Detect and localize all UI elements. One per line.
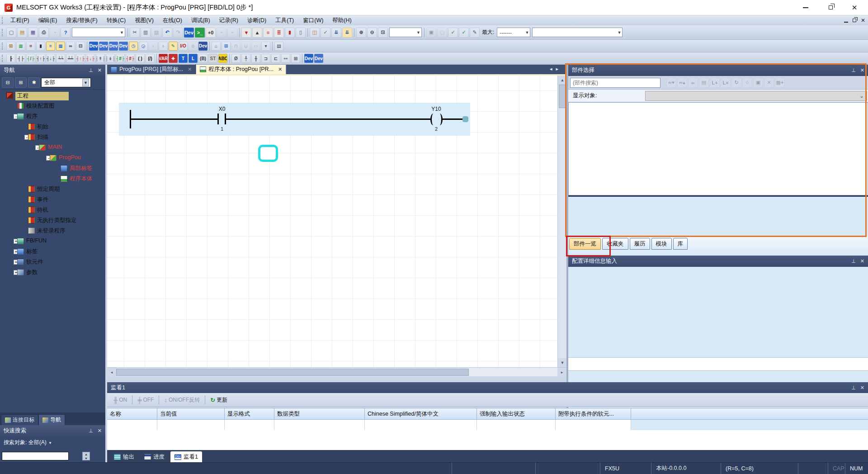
coil-icon[interactable]: ( ) — [136, 54, 145, 63]
print-icon[interactable]: ⎙ — [39, 28, 49, 38]
menu-item-3[interactable]: 搜索/替换(F) — [61, 16, 102, 25]
column-header-名称[interactable]: 名称 — [107, 408, 157, 419]
offline-icon[interactable]: ⊘ — [189, 42, 198, 51]
navigation-filter-combo[interactable]: 全部 ▼ — [41, 78, 91, 87]
connector-in-icon[interactable]: ⊐ — [261, 54, 270, 63]
memo-display-icon[interactable]: ▤ — [274, 42, 283, 51]
tree-item-工程[interactable]: 工程 — [0, 90, 105, 101]
close-button[interactable]: ✕ — [843, 0, 866, 15]
device-comment-icon[interactable]: Dev — [89, 42, 98, 51]
coil-arc-left[interactable] — [430, 114, 436, 125]
scroll-left-icon[interactable]: ◂ — [107, 368, 116, 377]
find-window-icon[interactable]: ⊟ — [76, 42, 85, 51]
device-set-icon[interactable]: Dev — [109, 42, 118, 51]
tab-scroll-right-icon[interactable]: ▸ — [556, 66, 559, 72]
close-icon[interactable]: ✕ — [98, 67, 102, 73]
redo-icon[interactable]: ↷ — [173, 28, 183, 38]
watch-on-button[interactable]: ╫ON — [110, 397, 131, 403]
network-2-icon[interactable]: ♁ — [159, 42, 168, 51]
close-icon[interactable]: ✕ — [860, 258, 864, 264]
menu-item-1[interactable]: 工程(P) — [6, 16, 34, 25]
pulse-rise-b-icon[interactable]: ┤↟├ — [96, 54, 105, 63]
module-config-icon[interactable]: ▦ — [16, 42, 25, 51]
ladder-editor-canvas[interactable]: X0 1 Y10 2 — [107, 76, 557, 367]
device-test-icon[interactable]: >_ — [195, 28, 205, 38]
watch-cell[interactable] — [556, 420, 631, 430]
tree-item-参数[interactable]: +参数 — [0, 267, 105, 278]
tree-expand-icon[interactable]: ⊞ — [15, 77, 27, 88]
watch-cell[interactable] — [477, 420, 556, 430]
watch-cell[interactable] — [365, 420, 477, 430]
link-grid-icon[interactable]: ⊞ — [291, 54, 300, 63]
edit-mode-icon[interactable]: ✎ — [169, 42, 178, 51]
tree-collapse-icon[interactable]: ⊟ — [2, 77, 14, 88]
contact-falling-icon[interactable]: ┤↓├ — [46, 54, 55, 63]
tree-item-初始[interactable]: 初始 — [0, 122, 105, 132]
contact-label[interactable]: X0 — [212, 106, 232, 112]
watch-cell[interactable] — [274, 420, 365, 430]
link-pair-icon[interactable]: ⚯ — [281, 54, 290, 63]
device-wheel-icon[interactable]: Dev — [198, 42, 208, 51]
pin-icon[interactable]: ⊥ — [851, 258, 856, 264]
zoom-out-icon[interactable]: ⊖ — [367, 28, 377, 38]
ladder-rail-icon[interactable]: ┠ — [6, 54, 15, 63]
tool-1-icon[interactable]: ⊓ — [231, 42, 241, 51]
monitor-stop-icon[interactable]: ▯ — [296, 28, 306, 38]
menu-item-6[interactable]: 在线(O) — [158, 16, 187, 25]
watch-update-button[interactable]: ↻更新 — [207, 396, 231, 404]
device-search-2-icon[interactable]: Dev — [314, 54, 323, 63]
scroll-right-icon[interactable]: ▸ — [557, 368, 566, 377]
open-project-icon[interactable]: ▤ — [17, 28, 27, 38]
close-icon[interactable]: ✕ — [98, 428, 102, 434]
find-icon[interactable]: ∞ — [66, 42, 75, 51]
doc-tab-监看1[interactable]: Dev监看1 — [170, 451, 202, 462]
menu-item-11[interactable]: 窗口(W) — [298, 16, 328, 25]
tab-scroll-left-icon[interactable]: ◂ — [550, 66, 552, 72]
list-view-icon[interactable]: ≡ — [46, 42, 55, 51]
var-icon[interactable]: VAR — [159, 54, 168, 63]
clipboard-edit-icon[interactable]: ✎ — [470, 28, 480, 38]
io-check-icon[interactable]: I/O — [179, 42, 188, 51]
comment-abc-icon[interactable]: ABC — [218, 54, 227, 63]
coil-label[interactable]: Y10 — [426, 106, 446, 112]
column-header-数据类型[interactable]: 数据类型 — [274, 408, 365, 419]
mdi-close-button[interactable]: ✕ — [861, 17, 865, 24]
grid-view-icon[interactable]: ▦ — [56, 42, 65, 51]
build-icon[interactable]: ⇊ — [331, 28, 341, 38]
rebuild-all-icon[interactable]: ⇊ — [342, 28, 352, 38]
online-change-icon[interactable]: ◫ — [310, 28, 320, 38]
tree-item-待机[interactable]: 待机 — [0, 205, 105, 215]
project-tree-icon[interactable]: ⊞ — [6, 42, 15, 51]
check-1-icon[interactable]: ✓ — [448, 28, 458, 38]
device-batch-icon[interactable]: +0 — [206, 28, 216, 38]
column-header-显示格式[interactable]: 显示格式 — [225, 408, 274, 419]
tree-item-ProgPou[interactable]: -ProgPou — [0, 153, 105, 163]
disconnect-icon[interactable]: ⌁ — [227, 28, 237, 38]
parts-tab-库[interactable]: 库 — [673, 238, 688, 250]
tree-item-FB/FUN[interactable]: +FB/FUN — [0, 236, 105, 246]
doc-tab-输出[interactable]: 输出 — [110, 451, 138, 462]
watch-off-button[interactable]: ╪OFF — [134, 397, 157, 403]
device-grid-icon[interactable]: Dev — [99, 42, 108, 51]
save-project-icon[interactable]: ▦ — [28, 28, 38, 38]
quick-search-spinner[interactable]: ▲▼ — [82, 452, 90, 460]
more-buttons-icon[interactable]: ▾ — [261, 42, 270, 51]
pin-icon[interactable]: ⊥ — [89, 428, 93, 434]
wire-endpoint[interactable] — [462, 116, 468, 122]
tree-item-未登录程序[interactable]: 未登录程序 — [0, 226, 105, 236]
doc-tab-进度[interactable]: 进度 — [140, 451, 169, 462]
search-target-row[interactable]: 搜索对象: 全部(A) ▾ — [4, 439, 51, 446]
parts-tab-履历[interactable]: 履历 — [630, 238, 650, 250]
mdi-restore-button[interactable] — [853, 19, 856, 22]
close-tab-icon[interactable]: ✕ — [188, 66, 192, 72]
watch-cell[interactable] — [157, 420, 225, 430]
column-header-当前值[interactable]: 当前值 — [157, 408, 225, 419]
watch-toggle-button[interactable]: ↕ON/OFF反转 — [160, 396, 203, 404]
tree-item-事件[interactable]: 事件 — [0, 194, 105, 205]
verify-plc-icon[interactable]: ≡ — [263, 28, 273, 38]
tool-2-icon[interactable]: ⊔ — [241, 42, 250, 51]
editor-tab-2[interactable]: 程序本体 : ProgPou [PR...✕ — [196, 64, 286, 74]
config-detail-input-row[interactable] — [568, 357, 868, 371]
contact-np-icon[interactable]: ┤#├ — [116, 54, 125, 63]
monitor-start-icon[interactable]: ▮ — [285, 28, 295, 38]
